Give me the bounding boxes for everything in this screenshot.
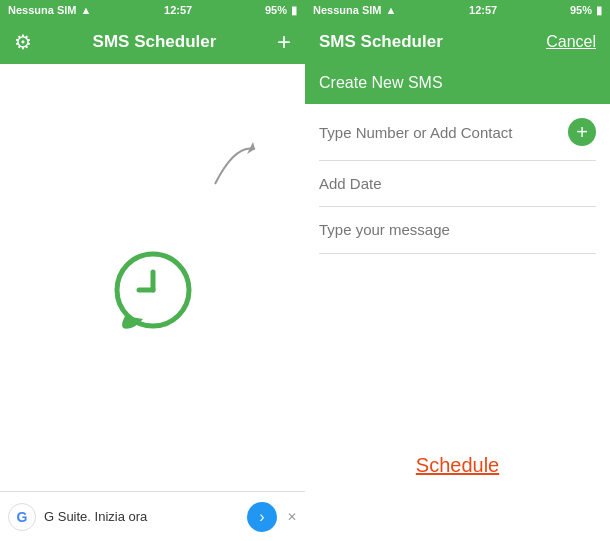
add-sms-button[interactable]: + [277,28,291,56]
ad-banner: G G Suite. Inizia ora › ✕ [0,491,305,541]
left-panel [0,64,305,541]
date-row [319,161,596,207]
left-nav-bar: ⚙ SMS Scheduler + [0,20,305,64]
clock-chat-icon [103,244,203,348]
left-carrier: Nessuna SIM [8,4,76,16]
left-battery: 95% [265,4,287,16]
left-time: 12:57 [164,4,192,16]
right-status-bar: Nessuna SIM ▲ 12:57 95% ▮ [305,0,610,20]
ad-text: G Suite. Inizia ora [44,509,239,524]
ad-g-logo: G [8,503,36,531]
gear-button[interactable]: ⚙ [14,30,32,54]
schedule-button[interactable]: Schedule [416,454,499,477]
schedule-area: Schedule [305,454,610,477]
cancel-button[interactable]: Cancel [546,33,596,51]
message-input[interactable] [319,221,596,238]
right-nav-title: SMS Scheduler [319,32,443,52]
message-row [319,207,596,254]
arrow-hint-icon [205,134,265,194]
right-wifi-icon: ▲ [385,4,396,16]
ad-arrow-button[interactable]: › [247,502,277,532]
add-contact-button[interactable]: + [568,118,596,146]
phone-row: + [319,104,596,161]
left-wifi-icon: ▲ [80,4,91,16]
right-carrier: Nessuna SIM [313,4,381,16]
ad-close-icon[interactable]: ✕ [287,510,297,524]
phone-input[interactable] [319,124,560,141]
right-nav-bar: SMS Scheduler Cancel [305,20,610,64]
create-sms-header: Create New SMS [305,64,610,104]
left-nav-title: SMS Scheduler [32,32,277,52]
left-status-bar: Nessuna SIM ▲ 12:57 95% ▮ [0,0,305,20]
right-battery: 95% [570,4,592,16]
date-input[interactable] [319,175,596,192]
left-battery-icon: ▮ [291,4,297,17]
right-panel: Nessuna SIM ▲ 12:57 95% ▮ SMS Scheduler … [305,0,610,541]
right-time: 12:57 [469,4,497,16]
form-section: + [305,104,610,254]
right-battery-icon: ▮ [596,4,602,17]
